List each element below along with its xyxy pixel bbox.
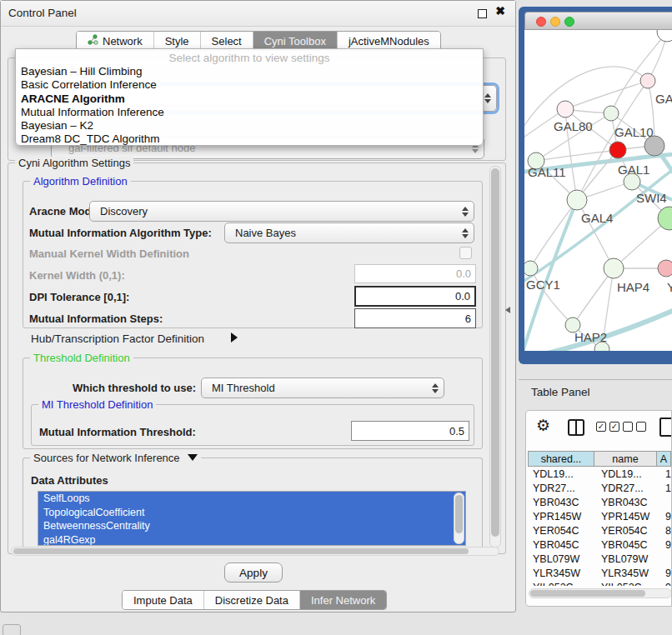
scrollbar-thumb[interactable] (491, 168, 499, 537)
algorithm-option-aracne-algorithm[interactable]: ARACNE Algorithm (16, 92, 483, 106)
table-cell: YPR145W (528, 511, 594, 522)
table-header-row: shared...nameA (528, 451, 671, 467)
column-layout-icon[interactable] (568, 419, 584, 436)
algorithm-definition-title: Algorithm Definition (30, 175, 131, 188)
table-row[interactable]: YBR043CYBR043C (528, 495, 671, 509)
table-row[interactable]: YIL052CYIL052C9 (528, 580, 671, 586)
network-node-gal80[interactable] (557, 101, 574, 118)
table-row[interactable]: YDR27...YDR27...12 (528, 481, 671, 495)
algorithm-option-basic-correlation-inference[interactable]: Basic Correlation Inference (16, 78, 483, 92)
tab-impute-data[interactable]: Impute Data (123, 591, 203, 609)
data-attributes-list[interactable]: SelfLoopsTopologicalCoefficientBetweenne… (38, 491, 466, 546)
apply-button[interactable]: Apply (224, 562, 283, 582)
table-cell: YIL052C (528, 582, 594, 587)
tab-jactivemnodules[interactable]: jActiveMNodules (337, 32, 440, 50)
column-header-a[interactable]: A (657, 451, 671, 467)
network-canvas[interactable]: GALGAL80GAL10GAL1GAL11SWI4GAL4GCY1HAP4YH… (524, 30, 672, 351)
network-node-gal1[interactable] (609, 142, 626, 158)
network-node-label: GAL11 (528, 165, 566, 179)
list-vertical-scrollbar[interactable] (454, 492, 464, 544)
algorithm-option-mutual-information-inference[interactable]: Mutual Information Inference (16, 106, 483, 119)
tab-network[interactable]: Network (77, 32, 153, 50)
table-row[interactable]: YBL079WYBL079W (528, 552, 671, 566)
mi-algorithm-type-combo[interactable]: Naive Bayes (224, 222, 474, 243)
expand-arrow-icon[interactable] (231, 332, 238, 342)
select-all-icon[interactable]: ✓✓ (596, 422, 619, 432)
minimize-traffic-light-icon[interactable] (550, 17, 560, 27)
mi-steps-label: Mutual Information Steps: (29, 312, 163, 325)
manual-kernel-label: Manual Kernel Width Definition (29, 248, 189, 260)
stepper-icon (429, 382, 441, 395)
network-node[interactable] (644, 136, 664, 156)
scrollbar-thumb[interactable] (455, 495, 463, 533)
column-header-name[interactable]: name (594, 451, 657, 467)
which-threshold-combo[interactable]: MI Threshold (201, 378, 444, 398)
algorithm-option-bayesian-k2[interactable]: Bayesian – K2 (16, 119, 483, 132)
table-cell: YDR27... (594, 482, 657, 494)
network-node-gcy1[interactable] (524, 261, 538, 276)
mi-algorithm-type-value: Naive Bayes (235, 227, 296, 239)
tab-style[interactable]: Style (153, 32, 200, 50)
settings-horizontal-scrollbar[interactable] (11, 547, 499, 556)
table-row[interactable]: YDL19...YDL19...13 (528, 467, 671, 481)
network-node-label: GAL4 (581, 211, 613, 225)
tab-cyni-toolbox[interactable]: Cyni Toolbox (253, 32, 337, 50)
tab-infer-network[interactable]: Infer Network (299, 591, 386, 609)
algorithm-popup-items: Bayesian – Hill ClimbingBasic Correlatio… (16, 65, 483, 147)
network-view-window: GALGAL80GAL10GAL1GAL11SWI4GAL4GCY1HAP4YH… (519, 7, 672, 364)
aracne-mode-combo[interactable]: Discovery (89, 201, 474, 222)
algorithm-option-dream8-dc-tdc-algorithm[interactable]: Dream8 DC_TDC Algorithm (16, 132, 483, 146)
network-graph[interactable]: GALGAL80GAL10GAL1GAL11SWI4GAL4GCY1HAP4YH… (524, 30, 672, 351)
tab-label: Network (103, 35, 143, 48)
tab-select[interactable]: Select (200, 32, 253, 50)
split-pane-collapse-icon[interactable] (505, 307, 510, 313)
zoom-traffic-light-icon[interactable] (564, 17, 574, 27)
mi-steps-field[interactable]: 6 (354, 308, 476, 328)
which-threshold-value: MI Threshold (212, 382, 275, 394)
mi-threshold-label: Mutual Information Threshold: (39, 426, 196, 438)
mi-threshold-field[interactable]: 0.5 (351, 421, 469, 441)
close-traffic-light-icon[interactable] (536, 17, 546, 27)
collapse-arrow-icon[interactable] (188, 454, 198, 461)
algorithm-option-bayesian-hill-climbing[interactable]: Bayesian – Hill Climbing (16, 65, 483, 78)
network-window-titlebar[interactable] (524, 12, 672, 30)
settings-vertical-scrollbar[interactable] (489, 166, 501, 548)
network-node-swi4[interactable] (624, 173, 640, 190)
threshold-definition-title: Threshold Definition (30, 352, 133, 364)
attribute-item-selfloops[interactable]: SelfLoops (38, 492, 465, 506)
kernel-width-field[interactable]: 0.0 (354, 264, 476, 283)
attribute-item-topologicalcoefficient[interactable]: TopologicalCoefficient (38, 506, 465, 520)
network-node-gal10[interactable] (604, 106, 619, 121)
stepper-icon (459, 227, 471, 240)
table-cell: 9. (657, 568, 671, 579)
table-row[interactable]: YBR045CYBR045C9. (528, 538, 671, 552)
settings-gear-icon[interactable]: ⚙ (536, 416, 550, 435)
corner-mini-button[interactable] (3, 624, 21, 635)
table-row[interactable]: YER054CYER054C8. (528, 523, 671, 538)
table-row[interactable]: YPR145WYPR145W9. (528, 509, 671, 523)
network-node-y[interactable] (658, 260, 672, 277)
table-horizontal-scrollbar[interactable] (529, 588, 672, 598)
close-icon[interactable]: ✖ (495, 4, 505, 18)
table-cell: 9. (657, 511, 671, 522)
page-icon[interactable] (659, 418, 672, 437)
float-window-icon[interactable] (478, 9, 487, 18)
column-header-shared[interactable]: shared... (528, 451, 594, 467)
tab-discretize-data[interactable]: Discretize Data (203, 591, 299, 609)
network-node-gal4[interactable] (567, 190, 587, 210)
scrollbar-thumb[interactable] (530, 590, 645, 597)
table-row[interactable]: YLR345WYLR345W9. (528, 566, 671, 580)
sources-title-text[interactable]: Sources for Network Inference (33, 452, 180, 464)
hub-section-label[interactable]: Hub/Transcription Factor Definition (31, 332, 204, 345)
network-node-hap4[interactable] (604, 258, 624, 278)
attribute-item-gal4rgexp[interactable]: gal4RGexp (38, 533, 465, 547)
dpi-tolerance-field[interactable]: 0.0 (354, 286, 476, 307)
network-node-gal[interactable] (640, 73, 655, 88)
attribute-item-betweennesscentrality[interactable]: BetweennessCentrality (38, 519, 465, 533)
dpi-tolerance-label: DPI Tolerance [0,1]: (29, 291, 129, 303)
network-node[interactable] (657, 30, 672, 42)
manual-kernel-checkbox[interactable] (459, 247, 472, 259)
scrollbar-thumb[interactable] (13, 548, 469, 554)
deselect-all-icon[interactable] (623, 422, 646, 432)
application-root: Control Panel ✖ NetworkStyleSelectCyni T… (0, 0, 672, 635)
